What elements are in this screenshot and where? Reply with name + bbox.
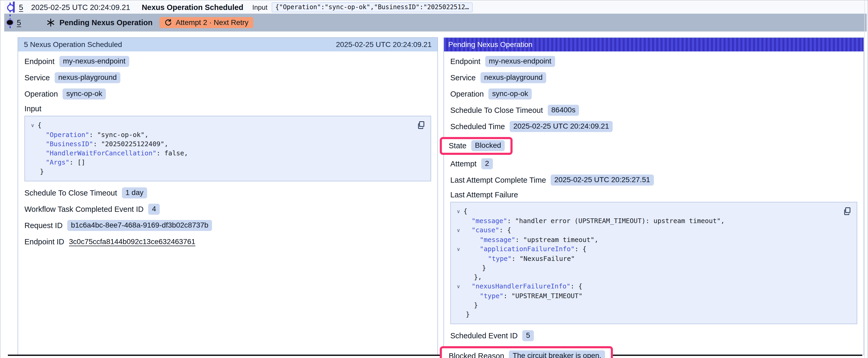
field-value-badge: 5 (522, 330, 534, 341)
field-scheduled-event-id: Scheduled Event ID 5 (450, 330, 857, 341)
circle-outline-icon (7, 4, 14, 11)
copy-icon[interactable] (416, 120, 426, 130)
field-label: Scheduled Time (450, 122, 505, 131)
pending-event-id-link[interactable]: 5 (17, 19, 21, 27)
circle-filled-icon (7, 20, 13, 25)
json-code-line: "type": "NexusFailure" (454, 254, 840, 263)
state-highlight-annotation: State Blocked (440, 137, 513, 155)
json-gutter-spacer (454, 310, 463, 319)
field-label: Operation (450, 90, 484, 98)
field-value-badge: 2025-02-25 UTC 20:25:27.51 (551, 174, 654, 186)
json-code-line: "BusinessID": "20250225122409", (28, 139, 414, 149)
json-code-line: "type": "UPSTREAM_TIMEOUT" (454, 291, 840, 300)
window-bottom-edge (8, 355, 862, 356)
field-value-badge: my-nexus-endpoint (485, 56, 555, 67)
pending-nexus-operation-row[interactable]: 5 Pending Nexus Operation Attempt 2 · Ne… (4, 14, 867, 32)
json-code-line: "Operation": "sync-op-ok", (28, 130, 414, 139)
json-gutter-spacer (454, 216, 463, 225)
json-gutter-spacer (454, 300, 463, 310)
event-detail-header: 5 Nexus Operation Scheduled 2025-02-25 U… (18, 38, 437, 52)
event-timestamp: 2025-02-25 UTC 20:24:09.21 (31, 3, 130, 12)
field-label: Service (25, 73, 50, 82)
field-value-badge: nexus-playground (480, 72, 547, 83)
field-scheduled-time: Scheduled Time 2025-02-25 UTC 20:24:09.2… (450, 121, 857, 132)
chevron-down-icon[interactable]: ∨ (28, 121, 37, 130)
failure-json-block: ∨{"message": "handler error (UPSTREAM_TI… (450, 202, 857, 324)
field-value-badge: 1 day (122, 187, 147, 198)
field-label: Last Attempt Complete Time (450, 176, 546, 185)
pending-event-title: Pending Nexus Operation (59, 19, 153, 27)
json-code-line: "HandlerWaitForCancellation": false, (28, 149, 414, 158)
state-value-badge: Blocked (471, 140, 505, 151)
json-gutter-spacer (28, 167, 37, 176)
event-detail-panel: 5 Nexus Operation Scheduled 2025-02-25 U… (18, 37, 438, 355)
field-service: Service nexus-playground (25, 72, 431, 84)
field-schedule-to-close-timeout: Schedule To Close Timeout 86400s (450, 104, 857, 116)
json-gutter-spacer (28, 158, 37, 167)
json-gutter-spacer (454, 291, 463, 300)
field-label: Workflow Task Completed Event ID (25, 205, 144, 214)
field-last-attempt-complete-time: Last Attempt Complete Time 2025-02-25 UT… (450, 174, 857, 186)
field-endpoint: Endpoint my-nexus-endpoint (25, 56, 431, 67)
json-gutter-spacer (454, 235, 463, 245)
attempt-retry-label: Attempt 2 · Next Retry (176, 19, 249, 27)
field-label: Operation (25, 90, 58, 98)
json-gutter-spacer (454, 272, 463, 282)
field-endpoint-id: Endpoint ID 3c0c75ccfa8144b092c13ce63246… (25, 236, 431, 248)
chevron-down-icon[interactable]: ∨ (454, 245, 463, 254)
input-label: Input (252, 3, 268, 11)
field-label: Request ID (25, 221, 63, 230)
field-operation: Operation sync-op-ok (450, 88, 857, 100)
retry-icon (164, 19, 172, 27)
field-label: Scheduled Event ID (450, 331, 518, 340)
json-code-line: }, (454, 272, 840, 282)
chevron-down-icon[interactable]: ∨ (454, 206, 463, 216)
blocked-reason-field-row: Blocked Reason The circuit breaker is op… (450, 346, 857, 358)
last-attempt-failure-label: Last Attempt Failure (450, 191, 857, 199)
attempt-retry-badge: Attempt 2 · Next Retry (159, 17, 253, 28)
field-value-badge: sync-op-ok (488, 89, 532, 99)
field-operation: Operation sync-op-ok (25, 88, 431, 100)
field-attempt: Attempt 2 (450, 158, 857, 169)
blocked-reason-highlight-annotation: Blocked Reason The circuit breaker is op… (440, 346, 613, 358)
field-value-badge: b1c6a4bc-8ee7-468a-9169-df3b02c8737b (67, 220, 212, 231)
field-value-badge: nexus-playground (55, 72, 121, 83)
field-label: Attempt (450, 160, 476, 168)
field-value-badge: 86400s (548, 105, 579, 116)
field-label: Blocked Reason (449, 352, 504, 358)
json-code-line: } (454, 300, 840, 310)
json-code-line: ∨"cause": { (454, 225, 840, 235)
json-gutter-spacer (28, 149, 37, 158)
json-code-line: } (28, 167, 414, 176)
event-detail-header-timestamp: 2025-02-25 UTC 20:24:09.21 (336, 40, 432, 49)
field-value-badge: 4 (148, 204, 160, 215)
field-schedule-to-close-timeout: Schedule To Close Timeout 1 day (25, 187, 431, 199)
copy-icon[interactable] (842, 206, 852, 217)
json-gutter-spacer (454, 254, 463, 263)
blocked-reason-value-badge: The circuit breaker is open. (509, 350, 605, 358)
input-section-label: Input (25, 104, 431, 113)
event-id-link[interactable]: 5 (19, 3, 23, 12)
field-label: Schedule To Close Timeout (25, 189, 117, 197)
json-gutter-spacer (28, 139, 37, 149)
field-value-badge: 2 (481, 158, 493, 169)
field-value-badge: sync-op-ok (63, 89, 106, 99)
json-code-line: ∨{ (454, 206, 840, 216)
json-code-line: } (454, 263, 840, 272)
endpoint-id-link[interactable]: 3c0c75ccfa8144b092c13ce632463761 (69, 237, 195, 246)
json-code-line: ∨{ (28, 121, 414, 130)
chevron-down-icon[interactable]: ∨ (454, 282, 463, 291)
field-request-id: Request ID b1c6a4bc-8ee7-468a-9169-df3b0… (25, 220, 431, 231)
asterisk-icon (46, 18, 55, 27)
event-row-nexus-operation-scheduled[interactable]: 5 2025-02-25 UTC 20:24:09.21 Nexus Opera… (4, 1, 867, 14)
input-json-block: ∨{"Operation": "sync-op-ok","BusinessID"… (25, 116, 431, 182)
chevron-down-icon[interactable]: ∨ (454, 225, 463, 235)
json-code-line: "message": "upstream timeout", (454, 235, 840, 245)
json-code-line: } (454, 310, 840, 319)
field-service: Service nexus-playground (450, 72, 857, 84)
input-preview-badge[interactable]: {"Operation":"sync-op-ok","BusinessID":"… (272, 2, 473, 12)
json-gutter-spacer (28, 130, 37, 139)
pending-operation-panel: Pending Nexus Operation Endpoint my-nexu… (443, 37, 864, 355)
field-endpoint: Endpoint my-nexus-endpoint (450, 56, 857, 67)
field-label: State (449, 141, 467, 150)
